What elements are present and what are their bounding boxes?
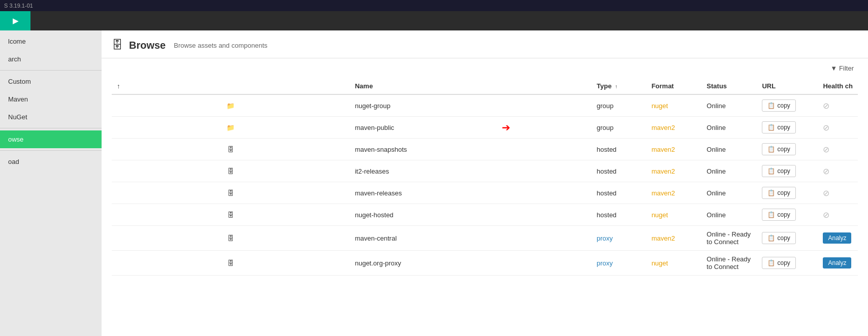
health-disabled-icon: ⊘ bbox=[823, 102, 829, 110]
health-disabled-icon: ⊘ bbox=[823, 145, 829, 154]
sidebar-item-welcome[interactable]: lcome bbox=[0, 32, 102, 50]
copy-label: copy bbox=[777, 234, 790, 242]
repo-format: maven2 bbox=[652, 124, 675, 131]
copy-icon: 📋 bbox=[767, 189, 775, 196]
row-format-cell: maven2 bbox=[647, 226, 702, 251]
table-row: 🗄 maven-releases hosted maven2 Online 📋 … bbox=[112, 182, 858, 204]
copy-url-button[interactable]: 📋 copy bbox=[762, 209, 795, 221]
repo-format: maven2 bbox=[652, 189, 675, 197]
table-row: 🗄 maven-snapshots hosted maven2 Online 📋… bbox=[112, 139, 858, 160]
row-icon-cell: 🗄 bbox=[112, 160, 350, 182]
sidebar-item-upload[interactable]: oad bbox=[0, 153, 102, 171]
row-format-cell: nuget bbox=[647, 94, 702, 117]
row-name-cell[interactable]: nuget-group bbox=[350, 94, 592, 117]
row-format-cell: maven2 bbox=[647, 160, 702, 182]
filter-button[interactable]: ▼ Filter bbox=[826, 62, 858, 74]
repo-status: Online bbox=[706, 102, 726, 110]
repo-type-icon: 🗄 bbox=[228, 234, 234, 242]
row-icon-cell: 🗄 bbox=[112, 182, 350, 204]
row-type-cell: proxy bbox=[592, 251, 647, 276]
repo-type: proxy bbox=[597, 234, 613, 242]
analyze-button[interactable]: Analyz bbox=[823, 257, 851, 268]
repo-format: nuget bbox=[652, 259, 668, 267]
version-label: S 3.19.1-01 bbox=[4, 3, 33, 9]
row-health-cell: ⊘ bbox=[818, 182, 858, 204]
row-name-cell[interactable]: it2-releases bbox=[350, 160, 592, 182]
content-area: 🗄 Browse Browse assets and components ▼ … bbox=[102, 30, 868, 336]
row-type-cell: hosted bbox=[592, 160, 647, 182]
repo-type: group bbox=[597, 124, 614, 131]
repo-name: it2-releases bbox=[355, 167, 389, 175]
sidebar-item-browse[interactable]: owse bbox=[0, 130, 102, 148]
row-type-cell: group bbox=[592, 117, 647, 139]
row-health-cell: Analyz bbox=[818, 251, 858, 276]
col-header-name[interactable]: Name bbox=[350, 78, 592, 94]
row-format-cell: maven2 bbox=[647, 117, 702, 139]
nav-bar: ▶ bbox=[0, 11, 868, 30]
row-status-cell: Online - Ready to Connect bbox=[701, 251, 757, 276]
row-status-cell: Online bbox=[701, 139, 757, 160]
row-name-cell[interactable]: nuget-hosted bbox=[350, 204, 592, 226]
repo-type-icon: 🗄 bbox=[228, 146, 234, 153]
repo-status: Online bbox=[706, 189, 726, 197]
copy-icon: 📋 bbox=[767, 102, 775, 109]
copy-url-button[interactable]: 📋 copy bbox=[762, 257, 795, 269]
repo-status: Online bbox=[706, 124, 726, 131]
sidebar-item-search[interactable]: arch bbox=[0, 50, 102, 68]
sidebar-item-custom[interactable]: Custom bbox=[0, 73, 102, 90]
copy-icon: 📋 bbox=[767, 259, 775, 266]
row-icon-cell: 🗄 bbox=[112, 251, 350, 276]
repo-type: hosted bbox=[597, 167, 617, 175]
repo-type-icon: 🗄 bbox=[228, 167, 234, 175]
row-name-cell[interactable]: maven-central bbox=[350, 226, 592, 251]
filter-label: Filter bbox=[839, 64, 854, 72]
col-header-sort[interactable]: ↑ bbox=[112, 78, 350, 94]
copy-icon: 📋 bbox=[767, 234, 775, 242]
row-type-cell: proxy bbox=[592, 226, 647, 251]
row-type-cell: hosted bbox=[592, 182, 647, 204]
row-type-cell: hosted bbox=[592, 204, 647, 226]
repo-format: nuget bbox=[652, 102, 668, 110]
copy-url-button[interactable]: 📋 copy bbox=[762, 232, 795, 244]
copy-label: copy bbox=[777, 189, 790, 196]
health-disabled-icon: ⊘ bbox=[823, 167, 829, 176]
repo-format: nuget bbox=[652, 211, 668, 219]
copy-icon: 📋 bbox=[767, 211, 775, 218]
repo-type: group bbox=[597, 102, 614, 110]
col-header-format[interactable]: Format bbox=[647, 78, 702, 94]
row-url-cell: 📋 copy bbox=[757, 139, 818, 160]
sidebar-item-nuget[interactable]: NuGet bbox=[0, 108, 102, 126]
copy-label: copy bbox=[777, 259, 790, 266]
health-disabled-icon: ⊘ bbox=[823, 123, 829, 132]
table-row: 🗄 nuget-hosted hosted nuget Online 📋 cop… bbox=[112, 204, 858, 226]
sidebar-item-maven[interactable]: Maven bbox=[0, 90, 102, 108]
row-url-cell: 📋 copy bbox=[757, 182, 818, 204]
copy-url-button[interactable]: 📋 copy bbox=[762, 99, 795, 112]
row-format-cell: maven2 bbox=[647, 182, 702, 204]
copy-label: copy bbox=[777, 167, 790, 175]
repo-name: maven-snapshots bbox=[355, 146, 407, 153]
copy-url-button[interactable]: 📋 copy bbox=[762, 143, 795, 155]
col-header-status[interactable]: Status bbox=[701, 78, 757, 94]
copy-url-button[interactable]: 📋 copy bbox=[762, 187, 795, 199]
row-url-cell: 📋 copy bbox=[757, 117, 818, 139]
repo-type-icon: 🗄 bbox=[228, 259, 234, 267]
copy-url-button[interactable]: 📋 copy bbox=[762, 121, 795, 133]
row-status-cell: Online bbox=[701, 204, 757, 226]
col-header-type[interactable]: Type ↑ bbox=[592, 78, 647, 94]
row-name-cell[interactable]: nuget.org-proxy bbox=[350, 251, 592, 276]
table-row: 🗄 nuget.org-proxy proxy nuget Online - R… bbox=[112, 251, 858, 276]
browse-icon: 🗄 bbox=[112, 39, 123, 52]
row-name-cell[interactable]: maven-releases bbox=[350, 182, 592, 204]
repo-format: maven2 bbox=[652, 167, 675, 175]
row-name-cell[interactable]: maven-public ➔ bbox=[350, 117, 592, 139]
copy-url-button[interactable]: 📋 copy bbox=[762, 165, 795, 177]
row-name-cell[interactable]: maven-snapshots bbox=[350, 139, 592, 160]
analyze-button[interactable]: Analyz bbox=[823, 232, 851, 244]
main-layout: lcome arch Custom Maven NuGet owse oad 🗄… bbox=[0, 30, 868, 336]
repo-type: hosted bbox=[597, 146, 617, 153]
table-row: 🗄 it2-releases hosted maven2 Online 📋 co… bbox=[112, 160, 858, 182]
row-format-cell: maven2 bbox=[647, 139, 702, 160]
table-row: 📁 nuget-group group nuget Online 📋 copy … bbox=[112, 94, 858, 117]
table-row: 🗄 maven-central proxy maven2 Online - Re… bbox=[112, 226, 858, 251]
